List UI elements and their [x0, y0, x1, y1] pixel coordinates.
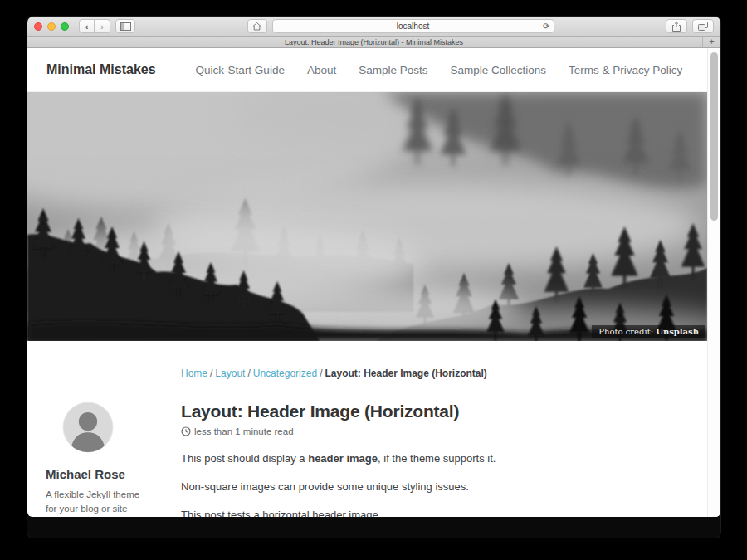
photo-credit-label: Photo credit: [598, 327, 656, 336]
post-meta: less than 1 minute read [181, 426, 679, 436]
close-window-button[interactable] [34, 22, 42, 31]
post-title: Layout: Header Image (Horizontal) [181, 402, 679, 421]
show-all-tabs-button[interactable] [692, 19, 714, 33]
paragraph-text: , if the theme supports it. [378, 452, 496, 465]
back-icon: ‹ [85, 22, 89, 32]
forward-icon: › [100, 22, 104, 32]
breadcrumb-home-link[interactable]: Home [181, 368, 208, 379]
browser-toolbar: ‹ › localhost ⟳ [27, 17, 720, 37]
page-scrollbar[interactable] [707, 48, 720, 517]
browser-window: ‹ › localhost ⟳ [27, 17, 720, 538]
breadcrumb: Home/Layout/Uncategorized/Layout: Header… [181, 368, 720, 379]
window-bottom-shadow [27, 517, 720, 538]
header-image: Photo credit: Unsplash [27, 92, 707, 341]
scrollbar-thumb[interactable] [710, 52, 718, 221]
site-masthead: Minimal Mistakes Quick-Start Guide About… [27, 48, 720, 92]
paragraph-bold-text: header image [308, 452, 378, 465]
author-sidebar: Michael Rose A flexible Jekyll theme for… [44, 402, 168, 517]
paragraph-text: This post should display a [181, 452, 308, 465]
active-tab[interactable]: Layout: Header Image (Horizontal) - Mini… [27, 37, 720, 48]
nav-about[interactable]: About [307, 64, 336, 76]
nav-terms-privacy[interactable]: Terms & Privacy Policy [569, 64, 682, 76]
tab-bar: Layout: Header Image (Horizontal) - Mini… [27, 37, 720, 48]
page-viewport: Minimal Mistakes Quick-Start Guide About… [27, 48, 720, 517]
post-paragraph: This post tests a horizontal header imag… [181, 509, 679, 517]
forward-button[interactable]: › [95, 19, 110, 33]
sidebar-icon [120, 22, 131, 31]
nav-sample-posts[interactable]: Sample Posts [359, 64, 427, 76]
breadcrumb-uncategorized-link[interactable]: Uncategorized [253, 368, 317, 379]
zoom-window-button[interactable] [61, 22, 69, 31]
tabs-overview-icon [698, 22, 708, 31]
reload-icon[interactable]: ⟳ [543, 22, 549, 31]
breadcrumb-separator: / [245, 368, 252, 379]
share-button[interactable] [666, 19, 687, 33]
post-paragraph: Non-square images can provide some uniqu… [181, 480, 679, 493]
site-title-link[interactable]: Minimal Mistakes [46, 62, 156, 77]
author-avatar [62, 402, 114, 453]
post-paragraph: This post should display a header image,… [181, 452, 679, 465]
url-text: localhost [273, 22, 554, 31]
home-button[interactable] [247, 19, 267, 33]
sidebar-toggle-button[interactable] [115, 19, 135, 33]
back-button[interactable]: ‹ [79, 19, 95, 33]
breadcrumb-current: Layout: Header Image (Horizontal) [325, 368, 486, 379]
read-time: less than 1 minute read [194, 426, 294, 436]
window-controls [34, 22, 69, 31]
author-bio: A flexible Jekyll theme for your blog or… [44, 488, 142, 517]
home-icon [252, 22, 261, 31]
share-icon [672, 22, 681, 32]
post-article: Layout: Header Image (Horizontal) less t… [181, 402, 679, 517]
nav-sample-collections[interactable]: Sample Collections [450, 64, 546, 76]
foggy-forest-illustration [27, 92, 707, 341]
photo-credit: Photo credit: Unsplash [592, 325, 706, 338]
history-nav-group: ‹ › [79, 19, 110, 33]
minimize-window-button[interactable] [47, 22, 56, 31]
new-tab-button[interactable]: + [702, 37, 720, 47]
address-bar[interactable]: localhost ⟳ [272, 19, 554, 33]
breadcrumb-layout-link[interactable]: Layout [215, 368, 245, 379]
author-name: Michael Rose [44, 467, 168, 481]
nav-quick-start-guide[interactable]: Quick-Start Guide [196, 64, 285, 76]
clock-icon [181, 426, 191, 436]
photo-credit-source: Unsplash [656, 327, 699, 336]
breadcrumb-separator: / [208, 368, 215, 379]
